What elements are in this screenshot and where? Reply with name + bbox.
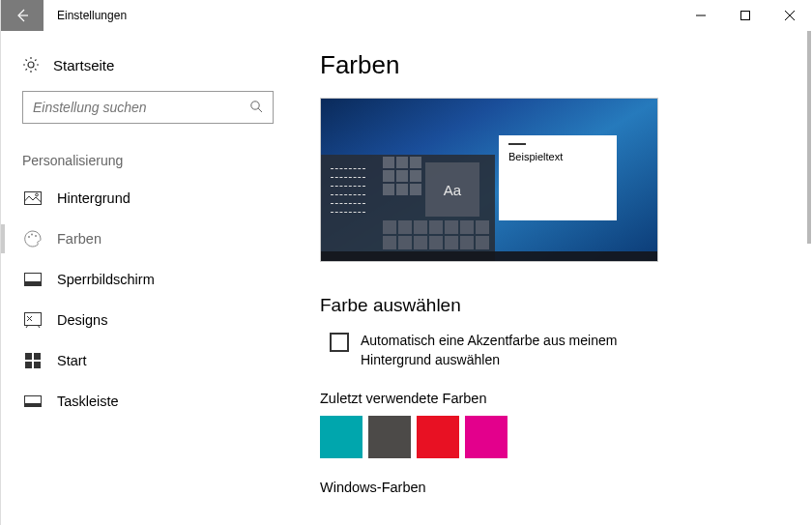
- svg-rect-12: [34, 353, 41, 360]
- sidebar-item-label: Hintergrund: [57, 190, 130, 206]
- sidebar-item-label: Taskleiste: [57, 394, 119, 409]
- sidebar-item-label: Designs: [57, 312, 107, 328]
- minimize-button[interactable]: [679, 0, 723, 31]
- sidebar-item-background[interactable]: Hintergrund: [22, 178, 279, 219]
- start-icon: [24, 352, 42, 369]
- sidebar-item-lockscreen[interactable]: Sperrbildschirm: [22, 259, 279, 300]
- auto-accent-checkbox[interactable]: [330, 333, 349, 352]
- preview-aa-tile: Aa: [425, 162, 479, 217]
- sidebar-item-colors[interactable]: Farben: [22, 219, 279, 259]
- svg-rect-13: [25, 362, 32, 368]
- search-input[interactable]: [33, 100, 249, 115]
- search-box[interactable]: [22, 91, 274, 124]
- close-button[interactable]: [768, 0, 812, 31]
- preview-small-tiles: [383, 157, 421, 195]
- svg-rect-0: [741, 12, 750, 20]
- color-swatch[interactable]: [417, 416, 459, 458]
- sidebar-group-label: Personalisierung: [22, 153, 279, 168]
- svg-point-5: [28, 236, 30, 238]
- svg-rect-10: [25, 313, 42, 326]
- sidebar-item-label: Farben: [57, 231, 102, 247]
- sidebar-item-taskbar[interactable]: Taskleiste: [22, 381, 279, 422]
- preview-window: Beispieltext: [499, 135, 617, 220]
- color-preview: Aa Beispieltext: [320, 98, 658, 262]
- svg-point-2: [251, 101, 259, 108]
- window-title: Einstellungen: [44, 9, 127, 22]
- windows-colors-heading: Windows-Farben: [320, 480, 783, 495]
- svg-point-6: [31, 234, 33, 236]
- title-bar: Einstellungen: [1, 0, 812, 31]
- svg-point-4: [36, 193, 39, 196]
- svg-rect-11: [25, 353, 32, 360]
- svg-rect-16: [25, 403, 42, 407]
- maximize-button[interactable]: [723, 0, 768, 31]
- color-swatch[interactable]: [465, 416, 508, 458]
- minimize-icon: [695, 10, 707, 21]
- scrollbar-thumb[interactable]: [807, 31, 811, 244]
- sidebar-item-start[interactable]: Start: [22, 340, 279, 381]
- choose-color-heading: Farbe auswählen: [320, 295, 783, 316]
- page-title: Farben: [320, 50, 783, 80]
- svg-rect-9: [25, 281, 42, 286]
- color-swatch[interactable]: [368, 416, 411, 458]
- window-controls: [679, 0, 812, 31]
- preview-menu-lines: [331, 168, 365, 220]
- sidebar-item-themes[interactable]: Designs: [22, 300, 279, 340]
- back-button[interactable]: [1, 0, 44, 31]
- svg-rect-14: [34, 362, 41, 368]
- preview-taskbar: [321, 251, 657, 261]
- themes-icon: [24, 311, 42, 329]
- svg-point-1: [28, 62, 34, 68]
- auto-accent-label: Automatisch eine Akzentfarbe aus meinem …: [361, 332, 668, 369]
- picture-icon: [24, 190, 42, 207]
- preview-bottom-tiles: [383, 220, 489, 249]
- gear-icon: [22, 56, 40, 73]
- taskbar-icon: [24, 393, 42, 410]
- sidebar-item-label: Sperrbildschirm: [57, 272, 155, 287]
- color-swatch[interactable]: [320, 416, 362, 458]
- sidebar-home-label: Startseite: [53, 57, 114, 73]
- lockscreen-icon: [24, 271, 42, 288]
- main-panel: Farben Aa Beispieltext Farbe auswählen A…: [301, 31, 812, 525]
- maximize-icon: [740, 10, 751, 21]
- recent-colors: [320, 416, 783, 458]
- palette-icon: [24, 230, 42, 248]
- sidebar-home[interactable]: Startseite: [22, 50, 279, 91]
- preview-sample-text: Beispieltext: [508, 151, 563, 162]
- close-icon: [784, 10, 796, 21]
- sidebar-item-label: Start: [57, 353, 87, 368]
- auto-accent-checkbox-row[interactable]: Automatisch eine Akzentfarbe aus meinem …: [320, 332, 668, 369]
- recent-colors-heading: Zuletzt verwendete Farben: [320, 391, 783, 406]
- arrow-left-icon: [14, 8, 30, 23]
- sidebar: Startseite Personalisierung Hintergrund …: [1, 31, 301, 525]
- svg-point-7: [35, 235, 37, 237]
- search-icon: [249, 100, 263, 116]
